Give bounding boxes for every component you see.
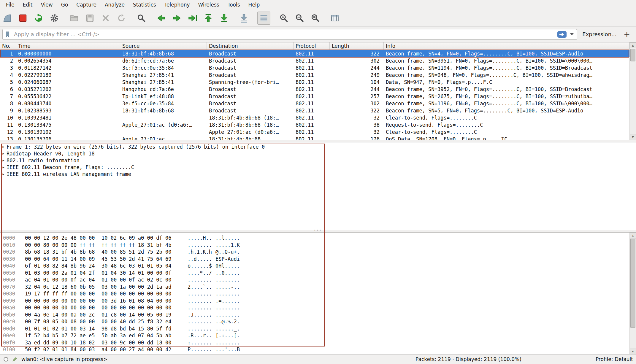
column-header-info[interactable]: Info — [384, 42, 629, 50]
menu-item-file[interactable]: File — [2, 0, 18, 9]
hex-row[interactable]: 00d001 01 01 02 01 00 03 1498 d8 bd b4 1… — [3, 326, 636, 333]
packet-row[interactable]: 30.0118271423c:f5:cc:0e:35:84Broadcast80… — [0, 64, 629, 71]
details-bytes-splitter[interactable]: ··· — [0, 230, 636, 232]
resize-columns-button[interactable] — [329, 12, 342, 25]
hex-row[interactable]: 005001 03 00 00 2a 01 04 2f01 04 30 14 0… — [3, 270, 636, 277]
go-last-button[interactable] — [218, 12, 231, 25]
start-capture-button[interactable] — [1, 12, 14, 25]
packet-cell-source: Apple_27:01:ac (d0:a6:… — [120, 122, 207, 128]
display-filter-input[interactable]: Apply a display filter ... <Ctrl-/> — [2, 29, 577, 40]
packet-cell-protocol: 802.11 — [294, 65, 330, 71]
detail-row[interactable]: ▶802.11 radio information — [0, 157, 636, 164]
expand-arrow-icon[interactable]: ▶ — [0, 159, 5, 162]
hex-row[interactable]: 00e01f 52 b4 b5 b7 72 ae e55b ab 3a ed 0… — [3, 333, 636, 340]
packet-row[interactable]: 60.035271262Hangzhou_cd:7a:6eBroadcast80… — [0, 86, 629, 93]
restart-capture-button[interactable] — [32, 12, 45, 25]
filter-history-chevron-icon[interactable] — [570, 33, 574, 35]
scroll-down-button[interactable]: ▼ — [630, 134, 636, 140]
scroll-up-button[interactable]: ▲ — [630, 42, 636, 48]
packet-row[interactable]: 20.002654354d6:61:fe:cd:7a:6eBroadcast80… — [0, 57, 629, 64]
column-header-source[interactable]: Source — [120, 42, 207, 50]
packet-bytes-scrollbar[interactable]: ▲ ▼ — [629, 233, 636, 354]
hex-row[interactable]: 00b000 4a 0e 14 00 0a 00 2c01 c8 00 14 0… — [3, 312, 636, 319]
packet-details-pane[interactable]: ▶Frame 1: 322 bytes on wire (2576 bits),… — [0, 142, 636, 230]
hex-row[interactable]: 00406f 01 08 82 84 8b 96 2430 48 6c 03 0… — [3, 263, 636, 270]
packet-row[interactable]: 90.10238859318:31:bf:4b:8b:68Broadcast80… — [0, 107, 629, 114]
packet-row[interactable]: 10.00000000018:31:bf:4b:8b:68Broadcast80… — [0, 50, 629, 57]
column-header-protocol[interactable]: Protocol — [294, 42, 330, 50]
auto-scroll-button[interactable] — [237, 12, 250, 25]
expand-arrow-icon[interactable]: ▶ — [0, 152, 5, 155]
menu-item-go[interactable]: Go — [57, 0, 72, 9]
packet-row[interactable]: 100.10392348118:31:bf:4b:8b:68 (18:…802.… — [0, 114, 629, 121]
zoom-in-button[interactable] — [277, 12, 290, 25]
hex-row[interactable]: 00208b 68 18 31 bf 4b 8b 6840 00 85 51 2… — [3, 249, 636, 256]
filter-apply-button[interactable] — [557, 31, 567, 38]
go-forward-button[interactable] — [170, 12, 183, 25]
packet-list-scrollbar[interactable]: ▲ ▼ — [629, 42, 636, 140]
scroll-down-button[interactable]: ▼ — [630, 349, 636, 354]
expression-button[interactable]: Expression... — [582, 31, 616, 37]
go-to-packet-button[interactable] — [186, 12, 199, 25]
go-back-button[interactable] — [155, 12, 168, 25]
menu-item-analyze[interactable]: Analyze — [101, 0, 129, 9]
menu-item-wireless[interactable]: Wireless — [194, 0, 223, 9]
menu-item-telephony[interactable]: Telephony — [160, 0, 194, 9]
detail-row[interactable]: ▶Radiotap Header v0, Length 18 — [0, 150, 636, 157]
menu-item-capture[interactable]: Capture — [72, 0, 101, 9]
stop-capture-button[interactable] — [16, 12, 29, 25]
colorize-button[interactable] — [257, 12, 270, 25]
packet-row[interactable]: 130.130135706Apple_27:01:ac18:31:bf:4b:8… — [0, 136, 629, 140]
hex-row[interactable]: 00c000 7f 08 05 00 08 00 0000 00 40 dd 2… — [3, 319, 636, 326]
scroll-up-button[interactable]: ▲ — [630, 233, 636, 239]
capture-comment-button[interactable] — [11, 356, 18, 363]
packet-row[interactable]: 50.024060087Shanghai_27:85:41Spanning-tr… — [0, 79, 629, 86]
column-header-no[interactable]: No. — [0, 42, 16, 50]
hex-row[interactable]: 003000 00 64 00 11 14 00 0945 53 50 2d 4… — [3, 256, 636, 263]
expert-info-button[interactable] — [2, 356, 9, 363]
hex-row[interactable]: 001000 00 80 00 00 00 ff ffff ff ff ff 1… — [3, 242, 636, 249]
zoom-reset-button[interactable] — [309, 12, 322, 25]
menu-item-statistics[interactable]: Statistics — [129, 0, 160, 9]
packet-row[interactable]: 80.0804437403e:f5:cc:0e:35:84Broadcast80… — [0, 100, 629, 107]
packet-row[interactable]: 110.130133475Apple_27:01:ac (d0:a6:…18:3… — [0, 121, 629, 128]
menu-item-tools[interactable]: Tools — [223, 0, 244, 9]
hex-row[interactable]: 00a000 00 00 00 00 00 00 0000 00 00 00 0… — [3, 305, 636, 312]
scroll-thumb[interactable] — [630, 49, 635, 61]
scroll-thumb[interactable] — [630, 239, 635, 328]
packet-row[interactable]: 120.130139102Apple_27:01:ac (d0:a6:…802.… — [0, 128, 629, 136]
filter-bookmark-icon[interactable] — [4, 31, 12, 38]
hex-row[interactable]: 00f03a ed dd 09 00 10 18 0203 00 9c 00 0… — [3, 340, 636, 347]
column-header-destination[interactable]: Destination — [207, 42, 294, 50]
find-packet-button[interactable] — [135, 12, 148, 25]
profile-indicator[interactable]: Profile: Default — [596, 356, 633, 362]
zoom-out-button[interactable] — [293, 12, 306, 25]
menu-item-view[interactable]: View — [37, 0, 57, 9]
detail-row[interactable]: ▶Frame 1: 322 bytes on wire (2576 bits),… — [0, 143, 636, 150]
detail-row[interactable]: ▶IEEE 802.11 Beacon frame, Flags: ......… — [0, 164, 636, 171]
column-header-time[interactable]: Time — [16, 42, 120, 50]
hex-h2: ff ff ff ff 18 31 bf 4b — [101, 242, 173, 248]
packet-row[interactable]: 40.022799189Shanghai_27:85:41Broadcast80… — [0, 71, 629, 79]
go-first-button[interactable] — [202, 12, 215, 25]
expand-arrow-icon[interactable]: ▶ — [0, 166, 5, 169]
expand-arrow-icon[interactable]: ▶ — [0, 145, 5, 148]
hex-row[interactable]: 008019 17 ff ff ff 00 00 0000 00 00 00 0… — [3, 291, 636, 298]
packet-bytes-pane[interactable]: 000000 00 12 00 2e 48 00 0010 02 6c 09 a… — [0, 232, 636, 354]
hex-row[interactable]: 0060ac 04 01 00 00 0f ac 0401 00 00 0f a… — [3, 277, 636, 284]
open-file-icon — [69, 13, 79, 23]
hex-row[interactable]: 010050 f2 02 01 01 84 00 03a4 00 00 27 a… — [3, 346, 636, 354]
capture-options-button[interactable] — [48, 12, 61, 25]
hex-row[interactable]: 000000 00 12 00 2e 48 00 0010 02 6c 09 a… — [3, 235, 636, 242]
hex-row[interactable]: 007032 04 0c 12 18 60 0b 0503 00 1a 00 0… — [3, 284, 636, 291]
packet-cell-no: 6 — [0, 86, 16, 92]
add-filter-button[interactable]: + — [622, 31, 632, 38]
hex-row[interactable]: 009000 00 00 00 00 00 00 0000 3d 16 01 0… — [3, 298, 636, 305]
column-header-length[interactable]: Length — [330, 42, 384, 50]
menu-item-edit[interactable]: Edit — [18, 0, 37, 9]
expand-arrow-icon[interactable]: ▶ — [0, 172, 5, 176]
menu-item-help[interactable]: Help — [244, 0, 264, 9]
packet-row[interactable]: 70.055536422Tp-LinkT_ef:48:88Broadcast80… — [0, 93, 629, 100]
list-details-splitter[interactable] — [0, 140, 636, 142]
detail-row[interactable]: ▶IEEE 802.11 wireless LAN management fra… — [0, 171, 636, 177]
